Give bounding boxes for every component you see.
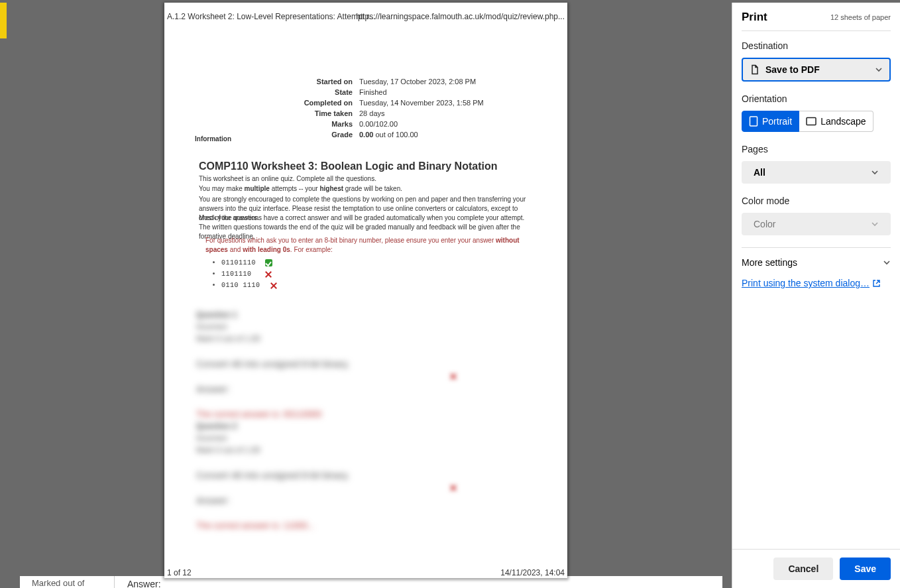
chevron-down-icon [883,259,891,266]
example-wrong-2: 0110 1110 [221,280,524,291]
blurred-question-1: Question 1 Incorrect Mark 0 out of 1.00 … [196,309,350,420]
color-mode-select[interactable]: Color [742,213,891,235]
chevron-down-icon [871,168,879,176]
print-panel: Print 12 sheets of paper Destination Sav… [732,3,900,588]
preview-footer-date: 14/11/2023, 14:04 [500,568,565,577]
print-title: Print [742,11,767,24]
format-instructions: For questions which ask you to enter an … [199,232,530,296]
pages-value: All [754,167,765,178]
bg-separator [114,576,115,588]
blurred-cross-icon [449,373,457,381]
intro-p2: You may make multiple attempts -- your h… [199,184,530,194]
divider [742,247,891,248]
system-dialog-label: Print using the system dialog… [742,278,870,288]
save-button[interactable]: Save [840,558,891,580]
landscape-icon [806,117,816,126]
landscape-button[interactable]: Landscape [799,111,873,132]
preview-header-title: A.1.2 Worksheet 2: Low-Level Representat… [167,12,376,21]
more-settings-toggle[interactable]: More settings [742,257,891,268]
svg-rect-0 [750,117,758,126]
worksheet-title: COMP110 Worksheet 3: Boolean Logic and B… [199,160,497,172]
color-mode-label: Color mode [742,196,891,206]
bg-answer-label: Answer: [127,579,161,588]
chevron-down-icon [875,66,883,74]
check-icon [265,259,272,266]
destination-value: Save to PDF [765,64,820,75]
pages-label: Pages [742,144,891,154]
pages-select[interactable]: All [742,161,891,184]
example-correct: 01101110 [221,257,524,268]
portrait-icon [749,116,758,127]
bg-marked-out-label: Marked out of [32,578,85,588]
cross-icon [264,270,272,278]
attempt-summary-table: Started onTuesday, 17 October 2023, 2:08… [216,76,488,141]
preview-footer-page: 1 of 12 [167,568,192,577]
information-label: Information [195,135,231,143]
document-icon [750,64,760,75]
destination-select[interactable]: Save to PDF [742,58,891,82]
print-preview-page: A.1.2 Worksheet 2: Low-Level Representat… [164,3,567,578]
color-mode-value: Color [754,219,775,229]
sheet-count: 12 sheets of paper [830,13,891,21]
destination-label: Destination [742,40,891,51]
more-settings-label: More settings [742,257,797,268]
chevron-down-icon [871,220,879,228]
orientation-label: Orientation [742,93,891,104]
system-dialog-link[interactable]: Print using the system dialog… [742,278,881,288]
landscape-label: Landscape [820,116,866,127]
svg-rect-1 [807,118,816,125]
bg-yellow-strip [0,3,7,38]
example-wrong-1: 1101110 [221,268,524,280]
blurred-cross-icon [449,484,457,492]
blurred-question-2: Question 2 Incorrect Mark 0 out of 1.00 … [196,420,350,532]
print-panel-footer: Cancel Save [732,549,900,588]
external-link-icon [872,279,881,288]
cross-icon [270,282,277,289]
portrait-label: Portrait [762,116,792,127]
preview-header-url: https://learningspace.falmouth.ac.uk/mod… [356,12,565,21]
portrait-button[interactable]: Portrait [742,111,799,132]
intro-p1: This worksheet is an online quiz. Comple… [199,174,530,184]
cancel-button[interactable]: Cancel [773,558,833,580]
